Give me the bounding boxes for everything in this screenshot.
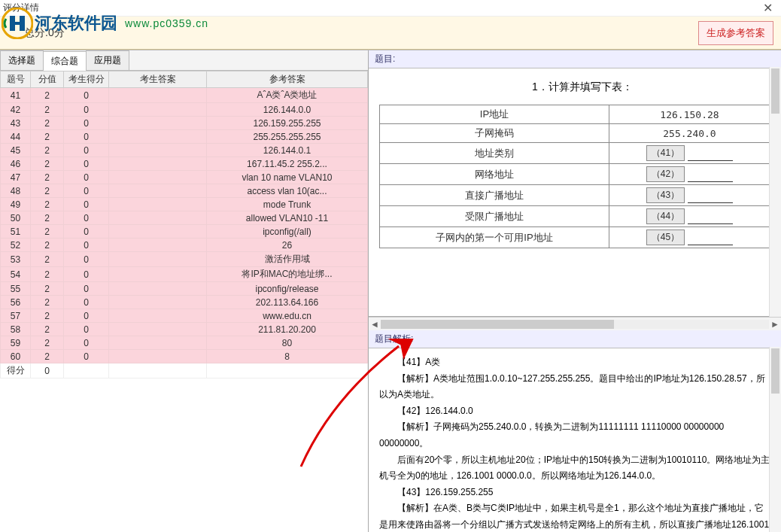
table-row[interactable]: 5320激活作用域 <box>1 252 368 267</box>
table-row[interactable]: 5120ipconfig(/all) <box>1 225 368 239</box>
cell-num: 44 <box>1 130 31 144</box>
cell-ref: 202.113.64.166 <box>207 296 368 309</box>
cell-ref: 126.144.0.0 <box>207 103 368 117</box>
tab-0[interactable]: 选择题 <box>0 50 44 70</box>
cell-ref: 26 <box>207 239 368 252</box>
cell-num: 43 <box>1 117 31 130</box>
cell-ans <box>109 336 207 350</box>
table-row[interactable]: 5620202.113.64.166 <box>1 296 368 309</box>
tab-2[interactable]: 应用题 <box>86 50 129 70</box>
cell-num: 57 <box>1 309 31 323</box>
scroll-thumb[interactable] <box>381 320 614 329</box>
cell-ref: vlan 10 name VLAN10 <box>207 171 368 184</box>
table-row[interactable]: 592080 <box>1 336 368 350</box>
cell-ans <box>109 282 207 296</box>
cell-val: 2 <box>31 336 64 350</box>
table-row[interactable]: 60208 <box>1 350 368 363</box>
cell-ans <box>109 239 207 252</box>
vertical-scrollbar[interactable] <box>769 347 781 532</box>
table-row[interactable]: 5420将IP和MAC的地址绑... <box>1 267 368 282</box>
vertical-scrollbar[interactable] <box>769 67 781 317</box>
generate-answer-button[interactable]: 生成参考答案 <box>698 21 773 45</box>
table-row[interactable]: 4720vlan 10 name VLAN10 <box>1 171 368 184</box>
cell-val: 2 <box>31 239 64 252</box>
horizontal-scrollbar[interactable]: ◄ ► <box>369 317 781 330</box>
cell-num: 48 <box>1 184 31 198</box>
question-row: 子网内的第一个可用IP地址（45） <box>380 227 770 248</box>
cell-ref: allowed VLAN10 -11 <box>207 211 368 225</box>
table-row[interactable]: 4520126.144.0.1 <box>1 144 368 157</box>
cell-val: 2 <box>31 103 64 117</box>
question-header: 题目: <box>369 50 781 68</box>
table-row[interactable]: 4620167.11.45.2 255.2... <box>1 157 368 171</box>
cell-score: 0 <box>64 282 109 296</box>
analysis-line: 后面有20个零，所以主机地址20位；IP地址中的150转换为二进制为100101… <box>379 452 770 485</box>
cell-val: 2 <box>31 296 64 309</box>
cell-score: 0 <box>64 225 109 239</box>
cell-ref: 80 <box>207 336 368 350</box>
table-row[interactable]: 5820211.81.20.200 <box>1 323 368 336</box>
cell-ref: 126.159.255.255 <box>207 117 368 130</box>
table-row[interactable]: 4820access vlan 10(ac... <box>1 184 368 198</box>
cell-score: 0 <box>64 88 109 103</box>
blank-line <box>688 214 733 224</box>
cell-ans <box>109 144 207 157</box>
scroll-left-icon[interactable]: ◄ <box>369 319 381 330</box>
left-panel: 选择题综合题应用题 题号分值考生得分考生答案参考答案4120AˆA类ˆA类地址4… <box>0 50 369 532</box>
cell-score: 0 <box>64 267 109 282</box>
cell-val: 2 <box>31 252 64 267</box>
close-icon[interactable]: ✕ <box>757 1 778 15</box>
cell-ans <box>109 309 207 323</box>
table-row[interactable]: 5720www.edu.cn <box>1 309 368 323</box>
table-row[interactable]: 522026 <box>1 239 368 252</box>
cell-score: 0 <box>64 144 109 157</box>
cell-num: 46 <box>1 157 31 171</box>
cell-score: 0 <box>64 157 109 171</box>
blank-line <box>688 172 733 182</box>
grid-header: 分值 <box>31 71 64 88</box>
question-row: 网络地址（42） <box>380 164 770 185</box>
q-label: 受限广播地址 <box>380 206 609 227</box>
table-row[interactable]: 5520ipconfig/release <box>1 282 368 296</box>
cell-score: 0 <box>64 198 109 211</box>
q-label: 子网掩码 <box>380 124 609 143</box>
cell-score: 0 <box>64 239 109 252</box>
scroll-thumb[interactable] <box>771 348 779 394</box>
question-row: 地址类别（41） <box>380 143 770 164</box>
blank-tag: （45） <box>646 230 685 245</box>
table-row[interactable]: 5020allowed VLAN10 -11 <box>1 211 368 225</box>
cell-score: 0 <box>64 309 109 323</box>
scroll-track[interactable] <box>381 320 769 329</box>
scroll-right-icon[interactable]: ► <box>769 319 781 330</box>
top-toolbar: 总分:0分 生成参考答案 <box>0 17 781 50</box>
cell-num: 45 <box>1 144 31 157</box>
question-row: IP地址126.150.28 <box>380 105 770 124</box>
table-row[interactable]: 4920mode Trunk <box>1 198 368 211</box>
blank-tag: （41） <box>646 145 685 161</box>
blank-line <box>688 193 733 203</box>
cell-val: 2 <box>31 171 64 184</box>
table-row[interactable]: 4320126.159.255.255 <box>1 117 368 130</box>
cell-num: 60 <box>1 350 31 363</box>
table-row[interactable]: 4120AˆA类ˆA类地址 <box>1 88 368 103</box>
cell-ref: 211.81.20.200 <box>207 323 368 336</box>
grid-header: 参考答案 <box>207 71 368 88</box>
scroll-thumb[interactable] <box>771 68 779 114</box>
tab-1[interactable]: 综合题 <box>43 51 87 71</box>
table-row[interactable]: 4220126.144.0.0 <box>1 103 368 117</box>
cell-num: 54 <box>1 267 31 282</box>
cell-score: 0 <box>64 323 109 336</box>
cell-num: 47 <box>1 171 31 184</box>
cell-num: 56 <box>1 296 31 309</box>
cell-val: 2 <box>31 350 64 363</box>
cell-val: 2 <box>31 282 64 296</box>
window-title: 评分详情 <box>3 2 757 14</box>
q-label: 直接广播地址 <box>380 185 609 206</box>
table-row[interactable]: 4420255.255.255.255 <box>1 130 368 144</box>
question-row: 受限广播地址（44） <box>380 206 770 227</box>
cell-ref: ipconfig(/all) <box>207 225 368 239</box>
grid-header: 考生得分 <box>64 71 109 88</box>
grid-header: 考生答案 <box>109 71 207 88</box>
analysis-header: 题目解析: <box>369 330 781 348</box>
q-value: （44） <box>609 206 770 227</box>
